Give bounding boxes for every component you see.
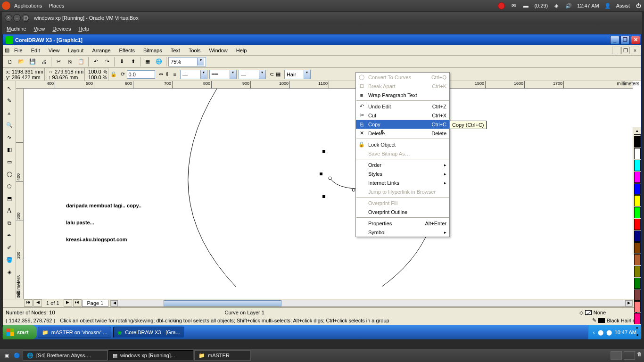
color-swatch[interactable] xyxy=(634,160,641,171)
menu-file[interactable]: File xyxy=(10,47,26,54)
color-swatch[interactable] xyxy=(634,301,641,313)
context-menu-item[interactable]: ✕DeleteDelete xyxy=(356,129,449,138)
vbox-maximize-button[interactable]: ▢ xyxy=(22,14,29,22)
crop-tool[interactable]: ⟁ xyxy=(4,107,15,118)
mdi-close[interactable]: × xyxy=(631,47,639,54)
workspace-2[interactable] xyxy=(624,351,635,360)
taskbar-item-master[interactable]: 📁 mASTER on 'vboxsrv' ... xyxy=(38,327,112,338)
user-name[interactable]: Assist xyxy=(616,3,630,8)
mail-icon[interactable]: ✉ xyxy=(510,2,517,9)
drawing-canvas[interactable]: daripada membuat lagi.. copy.. lalu past… xyxy=(24,89,633,299)
menu-bitmaps[interactable]: Bitmaps xyxy=(140,47,166,54)
color-swatch[interactable] xyxy=(634,219,641,230)
workspace-1[interactable] xyxy=(611,351,622,360)
shape-tool[interactable]: ✎ xyxy=(4,95,15,106)
mirror-h-button[interactable]: ⇔ xyxy=(159,71,163,77)
color-swatch[interactable] xyxy=(634,242,641,254)
ubuntu-logo-icon[interactable] xyxy=(2,1,10,10)
context-menu-item[interactable]: ⎘CopyCtrl+C xyxy=(356,120,449,129)
tray-item-icon[interactable]: ⬤ xyxy=(598,329,603,336)
gnome-task-browser[interactable]: 🌐 [S4] Bretheran Abyss-... xyxy=(23,350,107,361)
color-swatch[interactable] xyxy=(634,313,641,324)
context-menu-item[interactable]: Symbol▸ xyxy=(356,228,449,237)
palette-up-icon[interactable]: ▴ xyxy=(636,127,638,134)
last-page-button[interactable]: ⏭ xyxy=(73,299,82,307)
chrome-icon[interactable]: 🔵 xyxy=(12,353,22,359)
pick-tool[interactable]: ↖ xyxy=(4,82,15,94)
minimize-button[interactable]: _ xyxy=(610,36,619,44)
color-swatch[interactable] xyxy=(634,278,641,289)
next-page-button[interactable]: ▶ xyxy=(64,299,72,307)
vbox-menu-devices[interactable]: Devices xyxy=(52,26,71,32)
color-swatch[interactable] xyxy=(634,207,641,218)
eyedropper-tool[interactable]: ✒ xyxy=(4,230,15,241)
cut-button[interactable]: ✂ xyxy=(53,57,64,67)
export-button[interactable]: ⬆ xyxy=(128,57,138,67)
menu-help[interactable]: Help xyxy=(232,47,251,54)
basic-shapes-tool[interactable]: ⬒ xyxy=(4,193,15,204)
fill-indicator-icon[interactable]: ◇ xyxy=(579,310,583,316)
import-button[interactable]: ⬇ xyxy=(116,57,127,67)
outline-width-select[interactable]: Hair▾ xyxy=(284,70,311,79)
sound-icon[interactable]: 🔊 xyxy=(565,2,572,9)
gnome-task-virtualbox[interactable]: ▦ windows xp [Running]... xyxy=(108,350,193,361)
start-button[interactable]: start xyxy=(3,325,37,339)
vbox-menu-machine[interactable]: Machine xyxy=(7,26,26,32)
mdi-restore[interactable]: ❐ xyxy=(621,47,630,54)
interactive-blend-tool[interactable]: ⧉ xyxy=(4,217,15,229)
menu-tools[interactable]: Tools xyxy=(185,47,205,54)
context-menu-item[interactable]: Order▸ xyxy=(356,160,449,169)
page-tab-1[interactable]: Page 1 xyxy=(82,300,109,307)
menu-window[interactable]: Window xyxy=(206,47,231,54)
menu-effects[interactable]: Effects xyxy=(116,47,139,54)
xp-clock[interactable]: 10:47 AM xyxy=(615,329,636,335)
mirror-v-button[interactable]: ⇕ xyxy=(165,71,169,77)
rotation-input[interactable]: 0.0 xyxy=(127,70,155,79)
color-swatch[interactable] xyxy=(634,254,641,265)
color-swatch[interactable] xyxy=(634,183,641,195)
clock[interactable]: 12:47 AM xyxy=(577,3,599,8)
xp-system-tray[interactable]: ‹ ⬤ ⬤ 10:47 AM xyxy=(588,325,641,339)
selection-handle[interactable] xyxy=(320,173,322,175)
nonproportional-icon[interactable]: 🔒 xyxy=(110,71,117,77)
scale-factor[interactable]: 100.0 % 100.0 % xyxy=(87,68,108,81)
context-menu-item[interactable]: Internet Links▸ xyxy=(356,178,449,187)
freehand-tool[interactable]: ∿ xyxy=(4,132,15,143)
wrap-button[interactable]: ▦ xyxy=(276,71,281,77)
update-icon[interactable] xyxy=(498,2,505,9)
shutdown-icon[interactable]: ⏻ xyxy=(635,2,642,9)
ubuntu-menu-applications[interactable]: Applications xyxy=(14,3,42,8)
zoom-dropdown-icon[interactable]: ▾ xyxy=(197,58,204,66)
battery-icon[interactable]: ▬ xyxy=(522,2,529,9)
prev-page-button[interactable]: ◀ xyxy=(33,299,42,307)
menu-view[interactable]: View xyxy=(45,47,64,54)
context-menu-item[interactable]: Overprint Outline xyxy=(356,207,449,216)
undo-button[interactable]: ↶ xyxy=(91,57,101,67)
color-swatch[interactable] xyxy=(634,230,641,242)
open-button[interactable]: 📂 xyxy=(16,57,26,67)
context-menu-item[interactable]: 🔒Lock Object xyxy=(356,140,449,149)
line-style-select[interactable]: ━━▾ xyxy=(209,70,237,79)
no-color-swatch[interactable] xyxy=(634,134,641,135)
scrollbar-thumb[interactable] xyxy=(164,300,281,306)
coreldraw-titlebar[interactable]: CorelDRAW X3 - [Graphic1] _ ❐ ✕ xyxy=(3,34,641,45)
context-menu-item[interactable]: ✂CutCtrl+X xyxy=(356,111,449,120)
save-button[interactable]: 💾 xyxy=(27,57,38,67)
fill-tool[interactable]: 🪣 xyxy=(4,254,15,265)
color-swatch[interactable] xyxy=(634,289,641,301)
ruler-horizontal[interactable]: 4005006007008009001000110012001300140015… xyxy=(16,81,633,89)
scroll-right-button[interactable]: ▶ xyxy=(625,300,632,306)
horizontal-scrollbar[interactable]: ◀ ▶ xyxy=(110,300,633,307)
outline-indicator-icon[interactable]: ✎ xyxy=(592,317,596,323)
scroll-left-button[interactable]: ◀ xyxy=(111,300,118,306)
mdi-minimize[interactable]: _ xyxy=(612,47,620,54)
color-swatch[interactable] xyxy=(634,172,641,183)
trash-icon[interactable]: 🗑 xyxy=(637,351,642,360)
first-page-button[interactable]: ⏮ xyxy=(24,299,33,307)
menu-edit[interactable]: Edit xyxy=(27,47,44,54)
context-menu-item[interactable]: PropertiesAlt+Enter xyxy=(356,219,449,228)
text-tool[interactable]: A xyxy=(4,205,15,216)
polygon-tool[interactable]: ⬠ xyxy=(4,181,15,192)
vbox-minimize-button[interactable]: – xyxy=(13,14,21,22)
print-button[interactable]: 🖨 xyxy=(39,57,49,67)
